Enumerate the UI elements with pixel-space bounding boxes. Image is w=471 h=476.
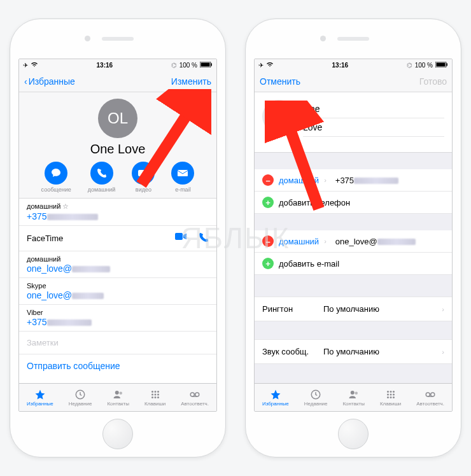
action-call-label: домашний <box>88 186 116 193</box>
tab-keypad[interactable]: Клавиши <box>144 389 165 407</box>
email-entry-row[interactable]: – домашний › one_love@ <box>255 230 452 253</box>
email-home-cell[interactable]: домашний one_love@ <box>19 251 216 278</box>
svg-point-38 <box>431 393 435 396</box>
chevron-right-icon: › <box>442 348 444 356</box>
add-email-label: добавить e-mail <box>279 259 339 269</box>
action-email[interactable]: e-mail <box>171 162 194 193</box>
phone-right: ✈ 13:16 ⌬100 % Отменить Готово фото One … <box>245 18 461 458</box>
tab-bar: Избранные Недавние Контакты Клавиши Авто… <box>19 383 216 411</box>
add-photo[interactable]: фото <box>262 100 295 133</box>
first-name-field[interactable]: One <box>303 100 444 118</box>
svg-point-30 <box>393 391 395 393</box>
phone-value[interactable]: +375 <box>335 176 354 185</box>
email-type[interactable]: домашний <box>279 237 319 246</box>
cell-value: one_love@ <box>27 290 72 300</box>
notes-cell[interactable]: Заметки <box>19 332 216 354</box>
svg-point-10 <box>154 391 156 393</box>
add-email-row[interactable]: + добавить e-mail <box>255 253 452 275</box>
action-email-label: e-mail <box>175 186 191 193</box>
svg-point-29 <box>390 391 391 393</box>
text-tone-row[interactable]: Звук сообщ. По умолчанию › <box>255 339 452 364</box>
tab-voicemail[interactable]: Автоответч. <box>416 389 444 407</box>
battery-text: 100 % <box>179 62 197 69</box>
phone-icon[interactable] <box>199 232 209 244</box>
svg-point-19 <box>195 393 199 396</box>
action-message[interactable]: сообщение <box>41 162 71 193</box>
svg-point-11 <box>157 391 159 393</box>
add-phone-label: добавить телефон <box>279 198 350 207</box>
cell-value: one_love@ <box>27 263 72 274</box>
svg-rect-5 <box>175 233 183 240</box>
tab-keypad[interactable]: Клавиши <box>380 389 401 407</box>
cell-label: домашний <box>27 255 209 263</box>
last-name-field[interactable]: Love <box>303 118 444 137</box>
svg-point-7 <box>115 391 118 395</box>
video-icon[interactable] <box>174 232 187 244</box>
viber-cell[interactable]: Viber +375 <box>19 305 216 332</box>
cancel-button[interactable]: Отменить <box>260 76 300 87</box>
svg-rect-2 <box>211 63 213 66</box>
nav-bar: ‹ Избранные Изменить <box>19 71 216 92</box>
skype-cell[interactable]: Skype one_love@ <box>19 278 216 305</box>
airplane-icon: ✈ <box>23 62 28 69</box>
back-label: Избранные <box>29 76 75 87</box>
svg-rect-23 <box>437 62 446 66</box>
action-video-label: видео <box>136 186 151 193</box>
home-button[interactable] <box>338 419 369 449</box>
action-video[interactable]: видео <box>132 162 155 193</box>
mail-icon <box>171 162 194 185</box>
wifi-icon <box>31 61 38 69</box>
svg-point-26 <box>350 391 354 395</box>
tab-recents[interactable]: Недавние <box>69 389 92 407</box>
svg-point-9 <box>151 391 153 393</box>
svg-rect-1 <box>201 62 210 66</box>
done-button[interactable]: Готово <box>419 76 447 87</box>
action-call[interactable]: домашний <box>88 162 116 193</box>
remove-icon[interactable]: – <box>262 235 274 247</box>
svg-point-15 <box>151 396 153 398</box>
tab-contacts[interactable]: Контакты <box>107 389 129 407</box>
company-apple-icon[interactable] <box>303 137 444 144</box>
svg-point-18 <box>190 393 194 396</box>
chevron-right-icon: › <box>442 305 444 313</box>
add-icon[interactable]: + <box>262 197 274 208</box>
avatar[interactable]: OL <box>98 99 137 138</box>
back-button[interactable]: ‹ Избранные <box>24 76 75 87</box>
svg-point-12 <box>151 393 153 395</box>
chevron-right-icon: › <box>324 237 327 245</box>
svg-point-32 <box>390 393 391 395</box>
text-tone-label: Звук сообщ. <box>262 347 320 356</box>
email-value[interactable]: one_love@ <box>335 237 377 246</box>
cell-label: домашний <box>27 202 60 210</box>
ringtone-value: По умолчанию <box>323 304 438 314</box>
tab-favorites[interactable]: Избранные <box>262 389 289 407</box>
bluetooth-icon: ⌬ <box>171 62 177 69</box>
home-button[interactable] <box>102 419 133 449</box>
tab-voicemail[interactable]: Автоответч. <box>181 389 209 407</box>
svg-point-36 <box>393 396 395 398</box>
screen-right: ✈ 13:16 ⌬100 % Отменить Готово фото One … <box>254 59 453 412</box>
send-message[interactable]: Отправить сообщение <box>19 354 216 377</box>
svg-point-16 <box>154 396 156 398</box>
ringtone-row[interactable]: Рингтон По умолчанию › <box>255 297 452 321</box>
bluetooth-icon: ⌬ <box>407 62 412 69</box>
remove-icon[interactable]: – <box>262 174 274 186</box>
message-icon <box>45 162 67 185</box>
svg-point-27 <box>355 391 358 395</box>
tab-contacts[interactable]: Контакты <box>342 389 365 407</box>
ringtone-label: Рингтон <box>262 304 320 314</box>
phone-entry-row[interactable]: – домашний › +375 <box>255 169 452 192</box>
tab-recents[interactable]: Недавние <box>304 389 328 407</box>
facetime-cell[interactable]: FaceTime <box>19 226 216 251</box>
phone-home-cell[interactable]: домашний ☆ +375 <box>19 199 216 226</box>
add-icon[interactable]: + <box>262 258 274 269</box>
clock: 13:16 <box>332 62 349 69</box>
add-phone-row[interactable]: + добавить телефон <box>255 192 452 214</box>
edit-button[interactable]: Изменить <box>171 76 211 87</box>
phone-type[interactable]: домашний <box>279 176 319 185</box>
svg-rect-4 <box>178 170 188 176</box>
action-message-label: сообщение <box>41 186 71 193</box>
status-bar: ✈ 13:16 ⌬100 % <box>255 59 452 71</box>
tab-favorites[interactable]: Избранные <box>27 389 53 407</box>
airplane-icon: ✈ <box>258 62 264 69</box>
